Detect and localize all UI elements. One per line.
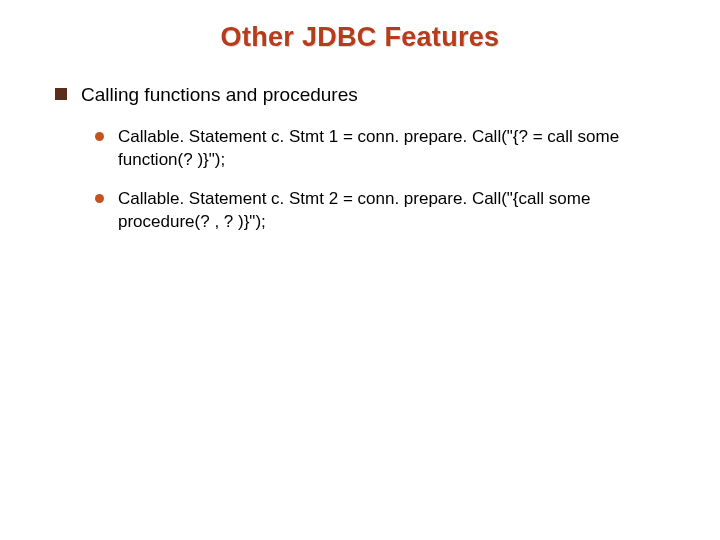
bullet-level2: Callable. Statement c. Stmt 2 = conn. pr…	[95, 188, 680, 234]
square-bullet-icon	[55, 88, 67, 100]
level1-text: Calling functions and procedures	[81, 83, 358, 108]
level2-group: Callable. Statement c. Stmt 1 = conn. pr…	[55, 126, 680, 234]
slide-title: Other JDBC Features	[0, 0, 720, 53]
bullet-level1: Calling functions and procedures	[55, 83, 680, 108]
level2-text: Callable. Statement c. Stmt 2 = conn. pr…	[118, 188, 680, 234]
bullet-level2: Callable. Statement c. Stmt 1 = conn. pr…	[95, 126, 680, 172]
slide-content: Calling functions and procedures Callabl…	[0, 53, 720, 233]
round-bullet-icon	[95, 132, 104, 141]
level2-text: Callable. Statement c. Stmt 1 = conn. pr…	[118, 126, 680, 172]
slide: Other JDBC Features Calling functions an…	[0, 0, 720, 540]
round-bullet-icon	[95, 194, 104, 203]
